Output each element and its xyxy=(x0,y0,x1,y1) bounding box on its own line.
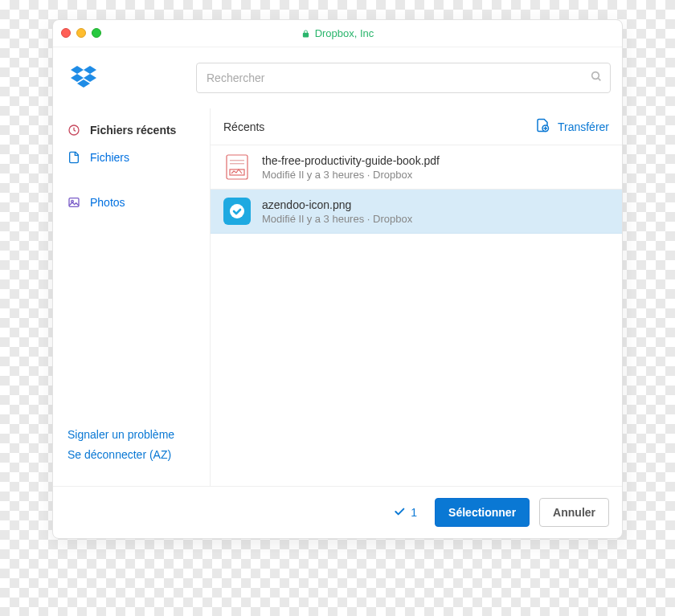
sidebar: Fichiers récents Fichiers Photos Signale xyxy=(53,108,211,486)
sidebar-links: Signaler un problème Se déconnecter (AZ) xyxy=(53,417,210,478)
section-header: Récents Transférer xyxy=(211,108,622,145)
search-icon xyxy=(590,70,603,86)
upload-icon xyxy=(535,118,550,135)
minimize-window-button[interactable] xyxy=(76,28,86,38)
upload-label: Transférer xyxy=(558,120,609,133)
file-subtitle: Modifié Il y a 3 heures · Dropbox xyxy=(262,169,440,181)
section-title: Récents xyxy=(223,120,264,133)
title-center: Dropbox, Inc xyxy=(301,27,374,39)
select-button[interactable]: Sélectionner xyxy=(435,498,530,527)
check-icon xyxy=(393,505,406,520)
close-window-button[interactable] xyxy=(61,28,71,38)
file-picker-window: Dropbox, Inc xyxy=(52,19,623,539)
search-container xyxy=(196,63,611,93)
selected-count-value: 1 xyxy=(411,506,417,519)
window-title: Dropbox, Inc xyxy=(315,27,374,39)
file-type-image-icon xyxy=(223,198,251,225)
nav-list: Fichiers récents Fichiers Photos xyxy=(53,116,210,417)
file-item[interactable]: azendoo-icon.png Modifié Il y a 3 heures… xyxy=(211,190,622,234)
svg-rect-12 xyxy=(230,160,244,161)
svg-marker-0 xyxy=(71,66,84,74)
report-problem-link[interactable]: Signaler un problème xyxy=(68,428,174,441)
sidebar-item-label: Photos xyxy=(90,196,125,209)
sidebar-item-recent[interactable]: Fichiers récents xyxy=(53,116,210,144)
zoom-window-button[interactable] xyxy=(92,28,101,38)
document-icon xyxy=(68,151,80,164)
file-type-pdf-icon xyxy=(223,153,251,181)
svg-marker-4 xyxy=(77,80,90,88)
window-controls xyxy=(61,28,101,38)
header-row xyxy=(53,47,622,108)
sidebar-item-photos[interactable]: Photos xyxy=(53,189,210,216)
svg-marker-3 xyxy=(84,74,96,82)
titlebar: Dropbox, Inc xyxy=(53,20,622,47)
svg-rect-8 xyxy=(69,198,79,207)
search-input[interactable] xyxy=(196,63,611,93)
svg-point-16 xyxy=(230,204,244,218)
clock-icon xyxy=(68,124,80,137)
file-meta: azendoo-icon.png Modifié Il y a 3 heures… xyxy=(262,198,412,225)
svg-marker-1 xyxy=(84,66,96,74)
body: Fichiers récents Fichiers Photos Signale xyxy=(53,108,622,486)
file-list: the-free-productivity-guide-book.pdf Mod… xyxy=(211,145,622,234)
lock-icon xyxy=(301,29,310,39)
upload-button[interactable]: Transférer xyxy=(535,118,609,135)
file-subtitle: Modifié Il y a 3 heures · Dropbox xyxy=(262,213,412,225)
svg-rect-13 xyxy=(230,163,244,164)
main-panel: Récents Transférer xyxy=(211,108,622,486)
file-meta: the-free-productivity-guide-book.pdf Mod… xyxy=(262,154,440,181)
logout-link[interactable]: Se déconnecter (AZ) xyxy=(68,448,171,461)
sidebar-item-label: Fichiers récents xyxy=(90,124,176,137)
footer: 1 Sélectionner Annuler xyxy=(53,486,622,538)
svg-point-5 xyxy=(592,72,599,80)
sidebar-item-files[interactable]: Fichiers xyxy=(53,144,210,171)
svg-line-6 xyxy=(598,78,600,80)
file-name: azendoo-icon.png xyxy=(262,198,412,211)
image-icon xyxy=(68,196,80,209)
dropbox-logo xyxy=(68,62,100,94)
file-item[interactable]: the-free-productivity-guide-book.pdf Mod… xyxy=(211,145,622,190)
file-name: the-free-productivity-guide-book.pdf xyxy=(262,154,440,167)
selected-count: 1 xyxy=(393,505,417,520)
sidebar-item-label: Fichiers xyxy=(90,151,129,164)
svg-marker-2 xyxy=(71,74,84,82)
cancel-button[interactable]: Annuler xyxy=(539,498,609,527)
